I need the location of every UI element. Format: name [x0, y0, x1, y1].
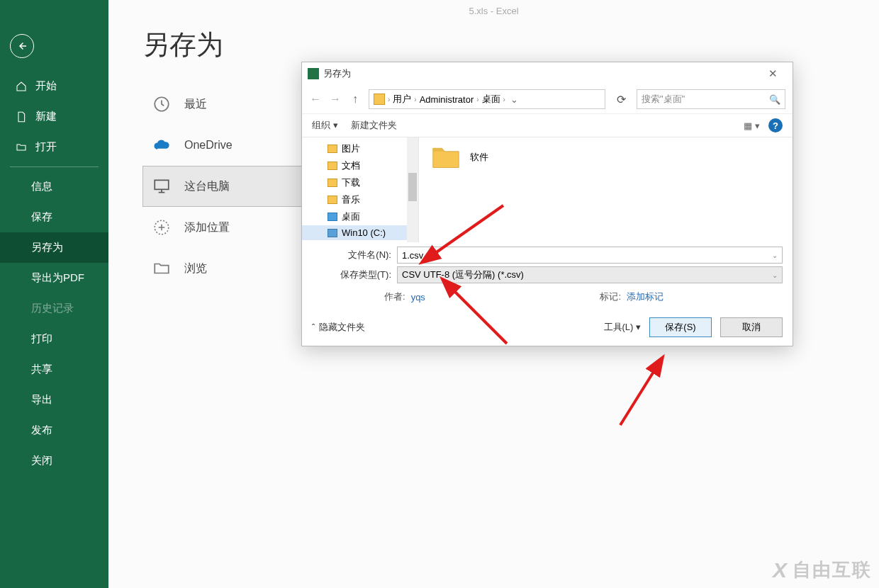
tree-scrollbar[interactable]	[407, 137, 418, 242]
nav-open[interactable]: 打开	[0, 132, 108, 162]
loc-label: 添加位置	[184, 220, 230, 235]
breadcrumb-segment[interactable]: 桌面	[482, 93, 500, 106]
dialog-toolbar: 组织 ▾ 新建文件夹 ▦ ▾ ?	[302, 114, 793, 137]
nav-label: 新建	[35, 110, 57, 123]
breadcrumb[interactable]: › 用户 › Administrator › 桌面 › ⌄	[369, 89, 605, 109]
filename-input[interactable]: 1.csv⌄	[397, 247, 783, 264]
nav-publish[interactable]: 发布	[0, 415, 108, 446]
author-value[interactable]: yqs	[411, 292, 425, 303]
tools-menu[interactable]: 工具(L) ▾	[604, 321, 642, 334]
file-item-folder[interactable]: 软件	[430, 143, 781, 171]
watermark: X自由互联	[773, 558, 872, 582]
folder-icon	[327, 145, 337, 153]
search-input[interactable]: 搜索"桌面" 🔍	[637, 89, 785, 109]
folder-icon	[327, 162, 337, 170]
filetype-label: 保存类型(T):	[312, 268, 397, 281]
folder-icon	[152, 259, 172, 278]
nav-share[interactable]: 共享	[0, 354, 108, 385]
tree-item-documents[interactable]: 文档	[302, 157, 418, 174]
saveas-dialog: 另存为 ✕ ← → ↑ › 用户 › Administrator › 桌面 › …	[301, 62, 793, 346]
chevron-up-icon: ˆ	[312, 322, 315, 333]
close-button[interactable]: ✕	[758, 67, 787, 80]
scrollbar-thumb[interactable]	[408, 173, 417, 201]
nav-new[interactable]: 新建	[0, 101, 108, 132]
refresh-icon[interactable]: ⟳	[612, 93, 629, 106]
excel-icon	[308, 68, 319, 79]
saveas-locations: 最近 OneDrive 这台电脑 添加位置 浏览	[142, 84, 302, 289]
hide-folders-toggle[interactable]: ˆ 隐藏文件夹	[312, 321, 365, 334]
filename-label: 文件名(N):	[312, 249, 397, 261]
new-folder-button[interactable]: 新建文件夹	[351, 119, 397, 132]
loc-addplace[interactable]: 添加位置	[142, 207, 302, 248]
folder-icon	[327, 196, 337, 204]
loc-onedrive[interactable]: OneDrive	[142, 125, 302, 166]
author-label: 作者:	[384, 290, 405, 303]
save-button[interactable]: 保存(S)	[649, 317, 712, 337]
tree-item-pictures[interactable]: 图片	[302, 140, 418, 157]
help-icon[interactable]: ?	[768, 118, 783, 132]
folder-tree[interactable]: 图片 文档 下载 音乐 桌面 Win10 (C:)	[302, 137, 419, 242]
nav-info[interactable]: 信息	[0, 171, 108, 202]
nav-saveas[interactable]: 另存为	[0, 232, 108, 263]
back-button[interactable]	[10, 34, 34, 58]
file-name: 软件	[470, 151, 488, 164]
tree-item-music[interactable]: 音乐	[302, 191, 418, 208]
nav-back-icon[interactable]: ←	[309, 93, 322, 106]
nav-export[interactable]: 导出	[0, 385, 108, 415]
home-icon	[16, 81, 27, 92]
nav-label: 开始	[35, 79, 57, 93]
chevron-down-icon[interactable]: ⌄	[772, 251, 778, 259]
loc-label: OneDrive	[184, 139, 233, 152]
loc-label: 浏览	[184, 261, 207, 276]
tree-item-drive-c[interactable]: Win10 (C:)	[302, 225, 418, 240]
breadcrumb-segment[interactable]: 用户	[393, 93, 411, 106]
folder-icon	[430, 143, 461, 171]
folder-icon	[374, 94, 385, 105]
chevron-down-icon[interactable]: ⌄	[508, 94, 521, 105]
chevron-right-icon: ›	[503, 96, 505, 103]
loc-label: 最近	[184, 97, 207, 112]
dialog-form: 文件名(N): 1.csv⌄ 保存类型(T): CSV UTF-8 (逗号分隔)…	[302, 242, 793, 310]
loc-thispc[interactable]: 这台电脑	[142, 166, 302, 207]
organize-menu[interactable]: 组织 ▾	[312, 119, 338, 132]
tree-item-downloads[interactable]: 下载	[302, 174, 418, 191]
cancel-button[interactable]: 取消	[720, 317, 783, 337]
page-title: 另存为	[142, 27, 223, 63]
monitor-icon	[152, 176, 172, 196]
loc-recent[interactable]: 最近	[142, 84, 302, 125]
folder-icon	[327, 179, 337, 187]
cloud-icon	[152, 135, 172, 155]
nav-export-pdf[interactable]: 导出为PDF	[0, 263, 108, 293]
chevron-down-icon[interactable]: ⌄	[772, 271, 778, 279]
svg-rect-1	[155, 180, 169, 189]
nav-forward-icon[interactable]: →	[329, 93, 342, 106]
drive-icon	[327, 229, 337, 237]
chevron-right-icon: ›	[414, 96, 416, 103]
tree-item-desktop[interactable]: 桌面	[302, 208, 418, 225]
backstage-sidebar: 开始 新建 打开 信息 保存 另存为 导出为PDF 历史记录 打印 共享 导出 …	[0, 0, 108, 588]
desktop-icon	[327, 213, 337, 221]
filetype-select[interactable]: CSV UTF-8 (逗号分隔) (*.csv)⌄	[397, 266, 783, 283]
nav-home[interactable]: 开始	[0, 71, 108, 101]
file-list[interactable]: 软件	[419, 137, 793, 242]
add-location-icon	[152, 217, 172, 237]
nav-save[interactable]: 保存	[0, 202, 108, 232]
breadcrumb-segment[interactable]: Administrator	[420, 94, 474, 105]
dialog-footer: ˆ 隐藏文件夹 工具(L) ▾ 保存(S) 取消	[302, 310, 793, 346]
nav-up-icon[interactable]: ↑	[349, 93, 362, 106]
dialog-titlebar[interactable]: 另存为 ✕	[302, 62, 793, 85]
folder-open-icon	[16, 142, 27, 153]
dialog-body: 图片 文档 下载 音乐 桌面 Win10 (C:) 软件	[302, 137, 793, 242]
nav-label: 打开	[35, 140, 57, 154]
search-icon: 🔍	[769, 94, 780, 105]
loc-browse[interactable]: 浏览	[142, 248, 302, 289]
file-icon	[16, 111, 27, 123]
view-menu-icon[interactable]: ▦ ▾	[744, 120, 760, 131]
chevron-right-icon: ›	[388, 96, 390, 103]
tags-input[interactable]: 添加标记	[627, 290, 664, 303]
dialog-title: 另存为	[323, 67, 351, 80]
nav-close[interactable]: 关闭	[0, 446, 108, 476]
window-title: 5.xls - Excel	[469, 6, 518, 16]
nav-print[interactable]: 打印	[0, 324, 108, 354]
dialog-navbar: ← → ↑ › 用户 › Administrator › 桌面 › ⌄ ⟳ 搜索…	[302, 85, 793, 114]
